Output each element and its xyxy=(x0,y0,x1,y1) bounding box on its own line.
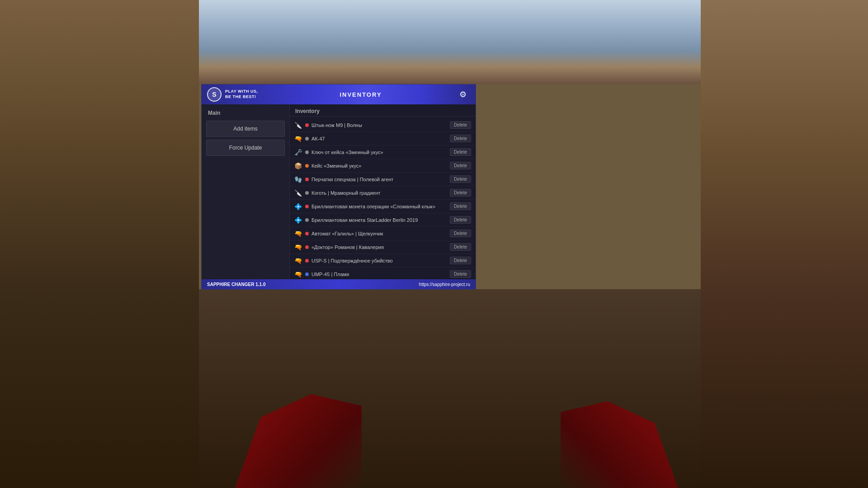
item-rarity-dot xyxy=(305,150,309,154)
delete-button[interactable]: Delete xyxy=(450,216,471,224)
item-name: Коготь | Мраморный градиент xyxy=(311,190,447,196)
bg-wall-right xyxy=(701,0,868,488)
logo-icon: S xyxy=(207,87,222,102)
inventory-item: 💠 Бриллиантовая монета операции «Сломанн… xyxy=(290,200,476,213)
item-name: «Доктор» Романов | Кавалерия xyxy=(311,244,447,250)
inventory-item: 📦 Кейс «Змеиный укус» Delete xyxy=(290,159,476,173)
inventory-header: Inventory xyxy=(290,104,476,117)
item-rarity-dot xyxy=(305,123,309,127)
logo-tagline: PLAY WITH US, BE THE BEST! xyxy=(225,89,258,99)
delete-button[interactable]: Delete xyxy=(450,257,471,264)
item-icon: 🔫 xyxy=(292,133,303,144)
item-icon: 💠 xyxy=(292,201,303,212)
item-icon: 🧤 xyxy=(292,174,303,185)
item-icon: 📦 xyxy=(292,160,303,171)
item-name: Ключ от кейса «Змеиный укус» xyxy=(311,150,447,155)
app-footer: SAPPHIRE CHANGER 1.1.0 https://sapphire-… xyxy=(202,279,476,289)
inventory-item: 🔫 «Доктор» Романов | Кавалерия Delete xyxy=(290,240,476,254)
logo-area: S PLAY WITH US, BE THE BEST! xyxy=(207,87,266,102)
delete-button[interactable]: Delete xyxy=(450,175,471,183)
version-label: SAPPHIRE CHANGER 1.1.0 xyxy=(207,282,265,287)
item-name: USP-S | Подтверждённое убийство xyxy=(311,258,447,263)
inventory-tab[interactable]: INVENTORY xyxy=(266,91,456,98)
item-rarity-dot xyxy=(305,205,309,208)
item-name: Бриллиантовая монета StarLadder Berlin 2… xyxy=(311,217,447,223)
delete-button[interactable]: Delete xyxy=(450,270,471,278)
content-area: Main Add items Force Update Inventory 🔪 … xyxy=(202,104,476,279)
inventory-item: 🔫 UMP-45 | Пламя Delete xyxy=(290,267,476,279)
inventory-item: 🔫 АК-47 Delete xyxy=(290,132,476,145)
inventory-item: 🔫 Автомат «Галиль» | Щелкунчик Delete xyxy=(290,227,476,240)
sidebar: Main Add items Force Update xyxy=(202,104,290,279)
item-rarity-dot xyxy=(305,191,309,195)
delete-button[interactable]: Delete xyxy=(450,148,471,156)
gear-icon: ⚙ xyxy=(459,89,467,99)
item-icon: 🔫 xyxy=(292,269,303,280)
item-icon: 🔫 xyxy=(292,255,303,266)
inventory-item: 💠 Бриллиантовая монета StarLadder Berlin… xyxy=(290,213,476,227)
item-icon: 🔪 xyxy=(292,188,303,198)
item-icon: 💠 xyxy=(292,215,303,225)
item-rarity-dot xyxy=(305,232,309,235)
inventory-item: 🧤 Перчатки спецназа | Полевой агент Dele… xyxy=(290,173,476,186)
sidebar-title: Main xyxy=(206,110,285,116)
inventory-list[interactable]: 🔪 Штык-нож М9 | Волны Delete 🔫 АК-47 Del… xyxy=(290,117,476,279)
app-header: S PLAY WITH US, BE THE BEST! INVENTORY ⚙ xyxy=(202,84,476,104)
item-rarity-dot xyxy=(305,245,309,249)
force-update-button[interactable]: Force Update xyxy=(206,140,285,156)
app-window: S PLAY WITH US, BE THE BEST! INVENTORY ⚙… xyxy=(201,84,476,290)
inventory-item: 🔫 USP-S | Подтверждённое убийство Delete xyxy=(290,254,476,267)
item-icon: 🔪 xyxy=(292,120,303,131)
delete-button[interactable]: Delete xyxy=(450,230,471,237)
inventory-panel: Inventory 🔪 Штык-нож М9 | Волны Delete 🔫… xyxy=(290,104,476,279)
item-icon: 🗝️ xyxy=(292,147,303,158)
delete-button[interactable]: Delete xyxy=(450,243,471,251)
item-rarity-dot xyxy=(305,178,309,181)
item-rarity-dot xyxy=(305,218,309,222)
item-rarity-dot xyxy=(305,164,309,168)
website-link[interactable]: https://sapphire-project.ru xyxy=(419,282,470,287)
delete-button[interactable]: Delete xyxy=(450,189,471,197)
bg-center-top xyxy=(199,0,701,84)
inventory-item: 🗝️ Ключ от кейса «Змеиный укус» Delete xyxy=(290,145,476,159)
inventory-item: 🔪 Коготь | Мраморный градиент Delete xyxy=(290,186,476,200)
add-items-button[interactable]: Add items xyxy=(206,121,285,137)
delete-button[interactable]: Delete xyxy=(450,135,471,142)
item-name: UMP-45 | Пламя xyxy=(311,272,447,277)
item-name: Штык-нож М9 | Волны xyxy=(311,122,447,128)
item-name: Автомат «Галиль» | Щелкунчик xyxy=(311,231,447,236)
delete-button[interactable]: Delete xyxy=(450,202,471,210)
item-name: АК-47 xyxy=(311,136,447,141)
item-icon: 🔫 xyxy=(292,228,303,239)
inventory-item: 🔪 Штык-нож М9 | Волны Delete xyxy=(290,118,476,132)
item-icon: 🔫 xyxy=(292,242,303,253)
bg-wall-left xyxy=(0,0,199,488)
item-name: Бриллиантовая монета операции «Сломанный… xyxy=(311,204,447,209)
item-rarity-dot xyxy=(305,137,309,141)
item-name: Перчатки спецназа | Полевой агент xyxy=(311,177,447,182)
settings-button[interactable]: ⚙ xyxy=(456,87,470,102)
delete-button[interactable]: Delete xyxy=(450,121,471,129)
item-name: Кейс «Змеиный укус» xyxy=(311,163,447,169)
delete-button[interactable]: Delete xyxy=(450,162,471,169)
item-rarity-dot xyxy=(305,259,309,263)
item-rarity-dot xyxy=(305,272,309,276)
